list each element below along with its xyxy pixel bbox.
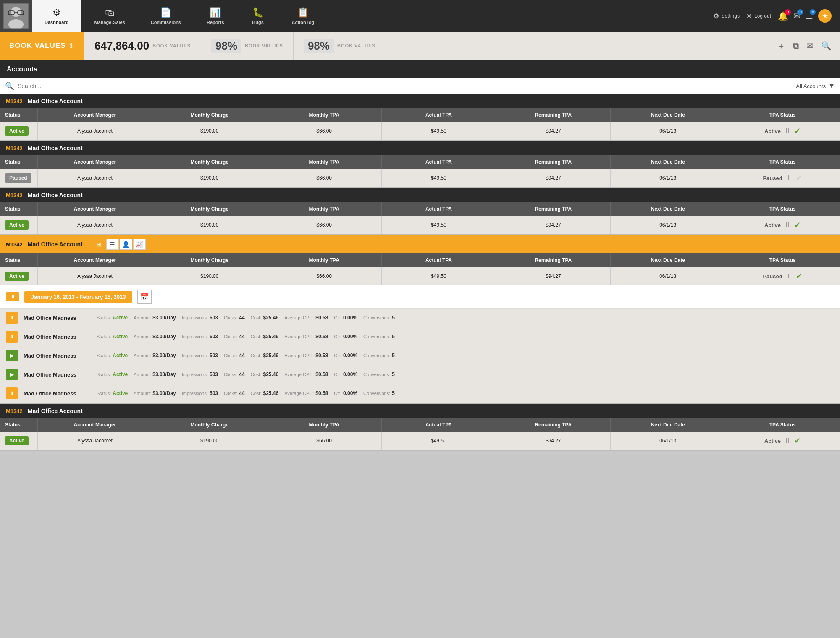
campaign-pause-btn-2[interactable]: ⏸ [6, 331, 18, 343]
check-btn-5[interactable]: ✔ [794, 436, 801, 445]
td-status-2: Paused [0, 169, 38, 187]
account-tab-list[interactable]: ☰ [106, 239, 119, 250]
td-status-4: Active [0, 267, 38, 285]
campaign-play-btn-4[interactable]: ▶ [6, 369, 18, 380]
book-values-info-icon[interactable]: ℹ [70, 42, 73, 50]
td-next-due-4: 06/1/13 [611, 267, 725, 285]
layers-button[interactable]: ⧉ [793, 41, 799, 51]
td-monthly-tpa-4: $66.00 [267, 267, 382, 285]
book-values-section-1: 647,864.00 BOOK VALUES [84, 32, 201, 60]
pause-btn-5[interactable]: ⏸ [784, 437, 791, 445]
account-id-row-1[interactable]: M1342 Mad Office Account [0, 94, 840, 108]
th-monthly-tpa-2: Monthly TPA [267, 155, 382, 169]
nav-item-bugs[interactable]: 🐛 Bugs [237, 0, 279, 32]
campaign-clicks-field-3: Clicks: 44 [224, 353, 245, 358]
nav-item-reports[interactable]: 📊 Reports [194, 0, 237, 32]
account-id-5: M1342 [6, 408, 23, 414]
campaign-conversions-field-5: Conversions: 5 [363, 390, 395, 396]
check-btn-2[interactable]: ✔ [796, 173, 802, 183]
tpa-status-text-5: Active [764, 438, 781, 444]
settings-link[interactable]: ⚙ Settings [713, 12, 740, 20]
nav-item-dashboard[interactable]: ⚙ Dashboard [32, 0, 81, 32]
table-row-5: Active Alyssa Jacomet $190.00 $66.00 $49… [0, 432, 840, 450]
status-badge-1: Active [5, 126, 29, 136]
th-monthly-tpa-4: Monthly TPA [267, 253, 382, 267]
campaign-conversions-field-2: Conversions: 5 [363, 334, 395, 340]
account-tab-grid[interactable]: ⊞ [93, 239, 105, 250]
user-circle-icon[interactable]: ★ [818, 9, 832, 23]
th-account-manager-4: Account Manager [38, 253, 152, 267]
notification-icons: 🔔 0 ✉ 13 ☰ ≡ ★ [778, 9, 832, 23]
check-btn-4[interactable]: ✔ [796, 272, 802, 281]
campaign-ctr-field-4: Ctr: 0.00% [334, 371, 357, 377]
account-id-3: M1342 [6, 192, 23, 199]
td-tpa-status-3: Active ⏸ ✔ [725, 216, 840, 234]
book-values-section-2: 98% BOOK VALUES [201, 32, 293, 60]
add-button[interactable]: ＋ [777, 40, 785, 52]
pause-btn-1[interactable]: ⏸ [784, 127, 791, 135]
campaign-row-1: ⏸ Mad Office Madness Status: Active Amou… [0, 309, 840, 327]
list-icon[interactable]: ☰ ≡ [806, 11, 813, 21]
nav-item-manage-sales[interactable]: 🛍 Manage-Sales [81, 0, 138, 32]
account-id-row-4[interactable]: M1342 Mad Office Account ⊞ ☰ 👤 📈 [0, 235, 840, 253]
campaign-amount-field-2: Amount: $3.00/Day [134, 334, 176, 340]
campaign-amount-field-5: Amount: $3.00/Day [134, 390, 176, 396]
search-bar: 🔍 All Accounts ▼ [0, 78, 840, 94]
th-tpa-status-4: TPA Status [725, 253, 840, 267]
td-monthly-tpa-1: $66.00 [267, 122, 382, 140]
table-header-3: Status Account Manager Monthly Charge Mo… [0, 202, 840, 216]
email-button[interactable]: ✉ [806, 41, 814, 51]
status-badge-2: Paused [5, 173, 32, 183]
table-row-1: Active Alyssa Jacomet $190.00 $66.00 $49… [0, 122, 840, 140]
account-name-2: Mad Office Account [28, 145, 83, 152]
pause-indicator[interactable]: ⏸ [6, 292, 19, 301]
account-id-row-5[interactable]: M1342 Mad Office Account [0, 404, 840, 418]
search-input[interactable] [18, 83, 796, 89]
th-status-3: Status [0, 202, 38, 216]
td-next-due-1: 06/1/13 [611, 122, 725, 140]
nav-item-action-log[interactable]: 📋 Action log [279, 0, 328, 32]
status-badge-3: Active [5, 220, 29, 230]
account-id-1: M1342 [6, 98, 23, 105]
account-block-5: M1342 Mad Office Account Status Account … [0, 404, 840, 451]
campaign-cost-field-2: Cost: $25.46 [251, 334, 278, 340]
campaign-amount-field-1: Amount: $3.00/Day [134, 315, 176, 321]
campaign-ctr-field-1: Ctr: 0.00% [334, 315, 357, 321]
pause-btn-2[interactable]: ⏸ [786, 174, 793, 182]
search-button[interactable]: 🔍 [821, 41, 832, 51]
campaign-clicks-field-5: Clicks: 44 [224, 390, 245, 396]
notification-bell[interactable]: 🔔 0 [778, 11, 788, 21]
th-status-5: Status [0, 418, 38, 432]
td-remaining-tpa-4: $94.27 [496, 267, 611, 285]
logout-link[interactable]: ✕ Log out [746, 12, 771, 20]
dashboard-icon: ⚙ [52, 7, 61, 18]
campaign-impressions-field-1: Impressions: 603 [182, 315, 218, 321]
account-id-row-2[interactable]: M1342 Mad Office Account [0, 141, 840, 155]
td-monthly-charge-3: $190.00 [152, 216, 267, 234]
campaign-play-btn-3[interactable]: ▶ [6, 350, 18, 361]
th-actual-tpa-4: Actual TPA [382, 253, 496, 267]
calendar-button[interactable]: 📅 [137, 290, 152, 304]
accounts-title: Accounts [7, 65, 37, 73]
check-btn-1[interactable]: ✔ [794, 126, 801, 136]
pause-btn-4[interactable]: ⏸ [786, 272, 793, 280]
check-btn-3[interactable]: ✔ [794, 220, 801, 230]
account-tab-user[interactable]: 👤 [120, 239, 132, 250]
campaign-conversions-field-1: Conversions: 5 [363, 315, 395, 321]
message-icon[interactable]: ✉ 13 [793, 11, 801, 21]
account-name-4: Mad Office Account [28, 241, 83, 248]
pause-btn-3[interactable]: ⏸ [784, 221, 791, 229]
all-accounts-dropdown[interactable]: All Accounts ▼ [796, 82, 835, 90]
campaign-status-field-1: Status: Active [97, 315, 128, 321]
account-tab-chart[interactable]: 📈 [133, 239, 146, 250]
bugs-icon: 🐛 [252, 7, 264, 18]
campaign-pause-btn-5[interactable]: ⏸ [6, 387, 18, 399]
th-tpa-status-3: TPA Status [725, 202, 840, 216]
nav-item-commissions[interactable]: 📄 Commissions [138, 0, 194, 32]
campaign-ctr-field-5: Ctr: 0.00% [334, 390, 357, 396]
td-tpa-status-5: Active ⏸ ✔ [725, 432, 840, 450]
campaign-row-3: ▶ Mad Office Madness Status: Active Amou… [0, 346, 840, 365]
account-id-row-3[interactable]: M1342 Mad Office Account [0, 188, 840, 202]
th-actual-tpa-5: Actual TPA [382, 418, 496, 432]
campaign-pause-btn-1[interactable]: ⏸ [6, 312, 18, 324]
